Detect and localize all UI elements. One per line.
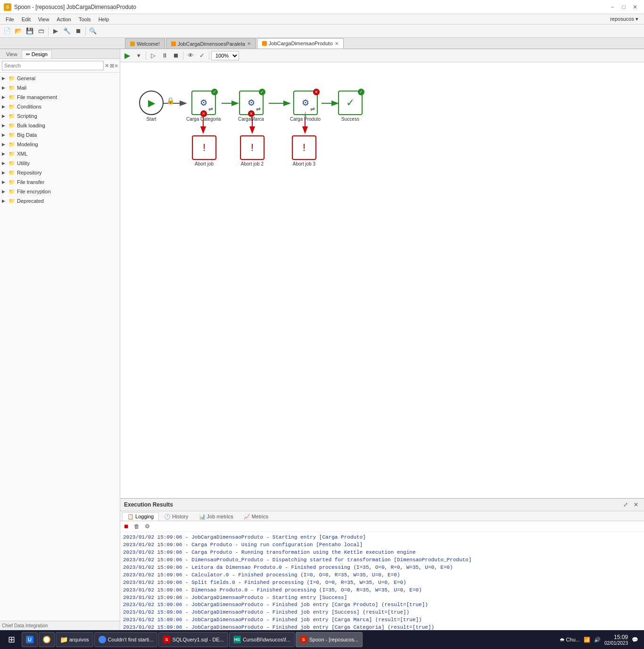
exec-stop-btn[interactable]: ⏹ xyxy=(122,522,131,531)
exec-trash-btn[interactable]: 🗑 xyxy=(132,522,141,531)
explore-btn[interactable]: 🔍 xyxy=(88,26,98,36)
taskbar-sql-icon: S xyxy=(163,636,170,643)
taskbar-app-chrome[interactable] xyxy=(39,632,55,647)
exec-tab-jobmetrics[interactable]: 📊 Job metrics xyxy=(194,512,239,521)
open-btn[interactable]: 📂 xyxy=(13,26,24,36)
menu-file[interactable]: File xyxy=(2,16,18,23)
run-selected-btn[interactable]: ▷ xyxy=(148,50,158,61)
menu-help[interactable]: Help xyxy=(95,16,113,23)
stop-btn[interactable]: ⏹ xyxy=(73,26,83,36)
tree-item-mail[interactable]: ▶ 📁 Mail xyxy=(0,83,120,92)
tree-item-deprecated[interactable]: ▶ 📁 Deprecated xyxy=(0,196,120,206)
tree-item-repository[interactable]: ▶ 📁 Repository xyxy=(0,168,120,177)
minimize-button[interactable]: − xyxy=(607,2,618,12)
exec-tab-logging[interactable]: 📋 Logging xyxy=(122,512,159,521)
node-carga-categoria[interactable]: ⚙ ⇌ ✓ ✕ Carga Categoria xyxy=(186,91,221,122)
run-btn[interactable]: ▶ xyxy=(50,26,61,36)
clear-search-btn[interactable]: ✕ xyxy=(105,63,109,69)
canvas-toolbar: ▶ ▾ ▷ ⏸ ⏹ 👁 ✓ 100% 75% 50% 150% xyxy=(120,49,644,62)
tree-item-bulkloading[interactable]: ▶ 📁 Bulk loading xyxy=(0,121,120,130)
exec-expand-btn[interactable]: ⤢ xyxy=(621,500,630,509)
menu-edit[interactable]: Edit xyxy=(18,16,34,23)
log-line: 2023/01/02 15:09:06 - JobCargaDimensaoPr… xyxy=(123,609,641,616)
run-job-btn[interactable]: ▶ xyxy=(122,50,132,61)
node-abort-job[interactable]: ! Abort job xyxy=(192,135,216,166)
taskbar-couldnt-label: Couldn't find starti... xyxy=(108,637,154,642)
close-button[interactable]: ✕ xyxy=(630,2,640,12)
taskbar-app-circle[interactable]: U xyxy=(22,632,38,647)
taskbar-app-curso[interactable]: HS CursoBI\dwsucos\f... xyxy=(229,632,295,647)
node-start[interactable]: ▶ Start xyxy=(139,91,164,122)
exec-close-btn[interactable]: ✕ xyxy=(632,500,640,509)
tree-item-general[interactable]: ▶ 📁 General xyxy=(0,74,120,83)
run-dropdown-btn[interactable]: ▾ xyxy=(133,50,144,61)
chevron-right-icon: ▶ xyxy=(2,161,8,166)
tree-label-bulkloading: Bulk loading xyxy=(17,123,45,128)
tree-item-utility[interactable]: ▶ 📁 Utility xyxy=(0,158,120,168)
expand-all-btn[interactable]: ⊞ xyxy=(110,63,114,69)
tab-produto-close[interactable]: ✕ xyxy=(335,41,339,46)
chevron-right-icon: ▶ xyxy=(2,104,8,109)
tree-item-scripting[interactable]: ▶ 📁 Scripting xyxy=(0,111,120,121)
menu-view[interactable]: View xyxy=(34,16,53,23)
panel-tab-view[interactable]: View xyxy=(2,50,22,58)
pause-btn[interactable]: ⏸ xyxy=(159,50,170,61)
exec-log-toolbar: ⏹ 🗑 ⚙ xyxy=(120,521,644,532)
zoom-select[interactable]: 100% 75% 50% 150% xyxy=(211,51,239,60)
menu-action[interactable]: Action xyxy=(53,16,75,23)
maximize-button[interactable]: □ xyxy=(619,2,629,12)
debug-btn[interactable]: 🔧 xyxy=(62,26,72,36)
tree-item-conditions[interactable]: ▶ 📁 Conditions xyxy=(0,102,120,111)
taskbar-app-sql[interactable]: S SQLQuery1.sql - DE... xyxy=(158,632,228,647)
carga-produto-arrows: ⇌ xyxy=(310,106,315,112)
stop-btn[interactable]: ⏹ xyxy=(171,50,181,61)
tree-item-xml[interactable]: ▶ 📁 XML xyxy=(0,149,120,158)
taskbar-app-couldnt[interactable]: Couldn't find starti... xyxy=(94,632,158,647)
save-btn[interactable]: 💾 xyxy=(25,26,35,36)
exec-tab-history[interactable]: 🕐 History xyxy=(159,512,193,521)
preview-btn[interactable]: 👁 xyxy=(185,50,196,61)
tree-label-fileencryption: File encryption xyxy=(17,189,51,194)
save-all-btn[interactable]: 🗃 xyxy=(36,26,46,36)
panel-tab-design[interactable]: ✏ Design xyxy=(22,50,52,58)
carga-marca-icon: ⚙ xyxy=(248,98,255,108)
start-button[interactable]: ⊞ xyxy=(2,631,21,648)
chevron-right-icon: ▶ xyxy=(2,76,8,81)
menu-bar: File Edit View Action Tools Help reposuc… xyxy=(0,14,644,25)
canvas-sep2 xyxy=(183,51,183,60)
search-input[interactable] xyxy=(2,61,104,70)
tab-welcome[interactable]: Welcome! xyxy=(125,38,165,49)
check-btn[interactable]: ✓ xyxy=(197,50,207,61)
exec-log[interactable]: 2023/01/02 15:09:06 - JobCargaDimensaoPr… xyxy=(120,532,644,630)
node-abort-job3[interactable]: ! Abort job 3 xyxy=(292,135,316,166)
taskbar-app-arquivos[interactable]: 📁 arquivos xyxy=(56,632,93,647)
abort-job-label: Abort job xyxy=(195,161,214,166)
node-carga-produto[interactable]: ⚙ ⇌ ✕ ↓ Carga Produto xyxy=(290,91,321,122)
tree-item-modeling[interactable]: ▶ 📁 Modeling xyxy=(0,140,120,149)
taskbar-app-spoon[interactable]: S Spoon - [reposucos... xyxy=(296,632,363,647)
tree-item-fileencryption[interactable]: ▶ 📁 File encryption xyxy=(0,187,120,196)
tab-paralela-close[interactable]: ✕ xyxy=(247,41,251,46)
collapse-all-btn[interactable]: ≡ xyxy=(115,63,118,68)
canvas-area[interactable]: ▶ Start 🔒 ⚙ ⇌ ✓ ✕ Carga Categoria xyxy=(120,62,644,498)
new-btn[interactable]: 📄 xyxy=(2,26,12,36)
node-abort-job2[interactable]: ! Abort job 2 xyxy=(240,135,264,166)
chevron-right-icon: ▶ xyxy=(2,123,8,128)
tab-produto-icon xyxy=(262,41,267,46)
tab-produto[interactable]: JobCargaDimensaoProduto ✕ xyxy=(257,38,344,49)
main-layout: View ✏ Design ✕ ⊞ ≡ ▶ 📁 General ▶ 📁 Mail… xyxy=(0,49,644,630)
menu-tools[interactable]: Tools xyxy=(75,16,95,23)
panel-bottom: Chief Data Integration xyxy=(0,621,120,630)
carga-marca-label: CargaMarca xyxy=(238,116,264,122)
tree-item-bigdata[interactable]: ▶ 📁 Big Data xyxy=(0,130,120,140)
tab-paralela[interactable]: JobCargaDimensoesParalela ✕ xyxy=(166,38,256,49)
carga-marca-arrows: ⇌ xyxy=(256,106,261,112)
exec-tab-metrics[interactable]: 📈 Metrics xyxy=(239,512,274,521)
tree-item-filetransfer[interactable]: ▶ 📁 File transfer xyxy=(0,177,120,187)
node-success[interactable]: ✓ ✓ Success xyxy=(338,91,363,122)
exec-settings-btn[interactable]: ⚙ xyxy=(143,522,151,531)
user-label[interactable]: reposucos ▾ xyxy=(610,16,642,22)
node-carga-marca[interactable]: ⚙ ⇌ ✓ ✕ CargaMarca xyxy=(238,91,264,122)
tree-item-filemanagement[interactable]: ▶ 📁 File management xyxy=(0,92,120,102)
folder-icon: 📁 xyxy=(8,189,15,195)
